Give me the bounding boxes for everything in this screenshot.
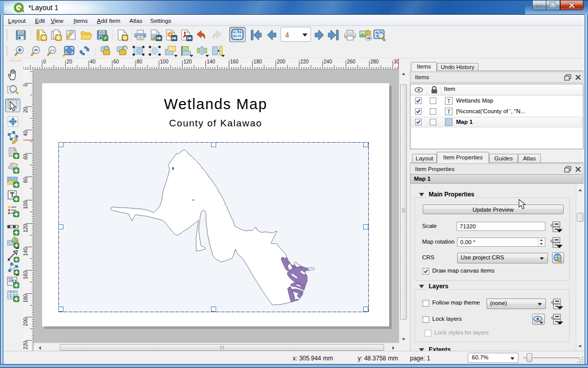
svg-text:240: 240 <box>324 59 332 64</box>
svg-text:140: 140 <box>207 59 216 64</box>
svg-text:40: 40 <box>23 130 28 137</box>
svg-text:120: 120 <box>183 59 192 64</box>
svg-text:60: 60 <box>23 154 28 160</box>
svg-text:100: 100 <box>160 59 168 64</box>
svg-text:180: 180 <box>23 294 28 303</box>
svg-text:300: 300 <box>394 59 399 64</box>
svg-text:40: 40 <box>90 59 96 64</box>
svg-text:200: 200 <box>277 59 286 64</box>
svg-text:220: 220 <box>23 341 28 349</box>
svg-text:280: 280 <box>370 59 379 64</box>
svg-text:160: 160 <box>230 59 239 64</box>
svg-text:20: 20 <box>66 59 73 64</box>
svg-text:0: 0 <box>43 59 46 64</box>
svg-text:1:1: 1:1 <box>50 48 55 52</box>
svg-text:180: 180 <box>254 59 262 64</box>
svg-text:0: 0 <box>23 84 28 87</box>
svg-text:200: 200 <box>23 317 28 326</box>
svg-text:100: 100 <box>23 200 28 209</box>
svg-text:160: 160 <box>23 271 28 279</box>
svg-text:20: 20 <box>23 107 28 113</box>
svg-text:80: 80 <box>23 177 28 183</box>
svg-text:80: 80 <box>136 59 143 64</box>
svg-text:220: 220 <box>300 59 309 64</box>
svg-text:140: 140 <box>23 247 28 256</box>
svg-text:120: 120 <box>23 224 28 232</box>
svg-text:60: 60 <box>113 59 119 64</box>
svg-text:260: 260 <box>347 59 356 64</box>
